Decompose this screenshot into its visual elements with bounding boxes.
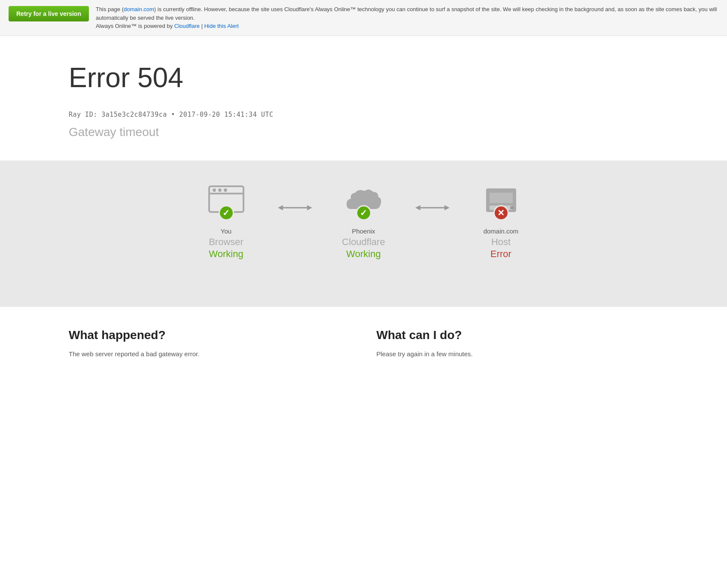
browser-status: Working: [209, 249, 243, 260]
host-main-label: Host: [491, 236, 511, 248]
top-banner: Retry for a live version This page (doma…: [0, 0, 727, 36]
svg-point-4: [224, 188, 227, 192]
retry-button[interactable]: Retry for a live version: [9, 6, 89, 21]
domain-link[interactable]: domain.com: [124, 6, 154, 12]
svg-marker-6: [278, 205, 283, 210]
server-icon: ✕: [478, 182, 525, 221]
banner-text: This page (domain.com) is currently offl…: [96, 5, 718, 30]
svg-marker-10: [444, 205, 450, 210]
cloudflare-node: ✓ Phoenix Cloudflare Working: [316, 182, 411, 260]
what-happened-title: What happened?: [69, 328, 351, 342]
diagram-nodes: ✓ You Browser Working ✓ Phoenix: [179, 182, 548, 260]
error-section: Error 504 Ray ID: 3a15e3c2c84739ca • 201…: [0, 36, 727, 161]
what-happened-col: What happened? The web server reported a…: [69, 328, 351, 359]
cloudflare-badge: ✓: [356, 205, 371, 221]
arrow-right: [411, 203, 454, 213]
host-top-label: domain.com: [484, 227, 519, 235]
host-node: ✕ domain.com Host Error: [454, 182, 548, 260]
browser-top-label: You: [221, 227, 231, 235]
host-badge: ✕: [493, 205, 509, 221]
what-can-i-do-body: Please try again in a few minutes.: [377, 349, 659, 359]
browser-badge: ✓: [219, 205, 234, 221]
browser-node: ✓ You Browser Working: [179, 182, 274, 260]
svg-rect-13: [490, 193, 513, 203]
what-happened-body: The web server reported a bad gateway er…: [69, 349, 351, 359]
diagram-section: ✓ You Browser Working ✓ Phoenix: [0, 161, 727, 294]
bottom-section: What happened? The web server reported a…: [0, 307, 727, 385]
always-online-text: Always Online™ is powered by: [96, 23, 174, 29]
browser-icon: ✓: [203, 182, 250, 221]
svg-marker-9: [415, 205, 420, 210]
ray-id: Ray ID: 3a15e3c2c84739ca • 2017-09-20 15…: [69, 111, 658, 118]
what-can-i-do-title: What can I do?: [377, 328, 659, 342]
cloudflare-status: Working: [346, 249, 380, 260]
cloudflare-link[interactable]: Cloudflare: [174, 23, 200, 29]
cloudflare-main-label: Cloudflare: [342, 236, 385, 248]
arrow-left: [274, 203, 316, 213]
hide-alert-link[interactable]: Hide this Alert: [204, 23, 239, 29]
cloud-icon: ✓: [340, 182, 387, 221]
down-triangle: [351, 294, 377, 307]
error-title: Error 504: [69, 62, 658, 94]
cloudflare-top-label: Phoenix: [352, 227, 375, 235]
svg-marker-7: [307, 205, 312, 210]
what-can-i-do-col: What can I do? Please try again in a few…: [377, 328, 659, 359]
browser-main-label: Browser: [209, 236, 243, 248]
banner-message: This page (domain.com) is currently offl…: [96, 6, 717, 21]
pipe-separator: |: [201, 23, 204, 29]
error-subtitle: Gateway timeout: [69, 125, 658, 139]
svg-point-2: [213, 188, 216, 192]
host-status: Error: [490, 249, 511, 260]
svg-point-14: [510, 206, 514, 209]
svg-point-3: [218, 188, 222, 192]
